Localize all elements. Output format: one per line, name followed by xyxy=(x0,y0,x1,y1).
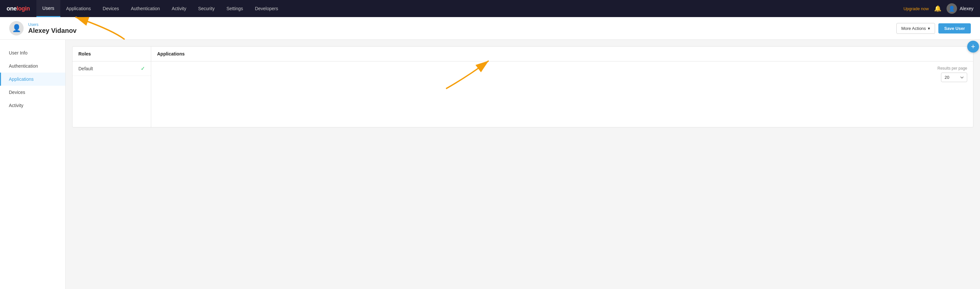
panels-row: + Roles Default ✓ Applications Results p… xyxy=(72,46,974,128)
nav-item-devices[interactable]: Devices xyxy=(97,0,125,17)
breadcrumb[interactable]: Users xyxy=(28,22,76,27)
nav-item-settings[interactable]: Settings xyxy=(221,0,249,17)
sidebar: User Info Authentication Applications De… xyxy=(0,40,65,289)
results-label: Results per page xyxy=(937,66,967,70)
role-default: Default ✓ xyxy=(73,61,151,76)
user-name: Alexey xyxy=(960,6,974,11)
header-actions: More Actions ▾ Save User xyxy=(896,23,971,34)
nav-item-authentication[interactable]: Authentication xyxy=(125,0,166,17)
avatar: 👤 xyxy=(947,3,957,14)
plus-icon: + xyxy=(971,42,975,51)
arrows-overlay xyxy=(0,0,980,289)
top-nav: onelogin Users Applications Devices Auth… xyxy=(0,0,980,17)
sidebar-item-devices[interactable]: Devices xyxy=(0,86,65,99)
bell-icon[interactable]: 🔔 xyxy=(934,5,941,12)
save-user-button[interactable]: Save User xyxy=(939,23,971,34)
header-left: 👤 Users Alexey Vidanov xyxy=(9,21,76,35)
roles-panel: Roles Default ✓ xyxy=(73,46,151,127)
role-check-icon: ✓ xyxy=(141,65,145,72)
role-name: Default xyxy=(78,66,93,71)
nav-item-users[interactable]: Users xyxy=(37,0,60,17)
user-menu[interactable]: 👤 Alexey xyxy=(947,3,974,14)
add-application-button[interactable]: + xyxy=(967,41,979,53)
more-actions-button[interactable]: More Actions ▾ xyxy=(896,23,935,34)
upgrade-link[interactable]: Upgrade now xyxy=(904,6,929,11)
nav-item-security[interactable]: Security xyxy=(192,0,221,17)
sidebar-item-applications[interactable]: Applications xyxy=(0,73,65,86)
roles-panel-header: Roles xyxy=(73,46,151,61)
title-block: Users Alexey Vidanov xyxy=(28,22,76,35)
dropdown-icon: ▾ xyxy=(928,26,930,31)
applications-panel: Applications Results per page 20 10 50 1… xyxy=(151,46,973,127)
sidebar-item-activity[interactable]: Activity xyxy=(0,99,65,112)
content-area: + Roles Default ✓ Applications Results p… xyxy=(65,40,980,289)
applications-panel-body: Results per page 20 10 50 100 xyxy=(151,61,973,127)
results-select[interactable]: 20 10 50 100 xyxy=(941,73,967,82)
nav-items: Users Applications Devices Authenticatio… xyxy=(37,0,904,17)
nav-right: Upgrade now 🔔 👤 Alexey xyxy=(904,3,974,14)
nav-item-developers[interactable]: Developers xyxy=(249,0,284,17)
more-actions-label: More Actions xyxy=(901,26,926,31)
logo: onelogin xyxy=(6,5,30,12)
page-title: Alexey Vidanov xyxy=(28,27,76,35)
user-avatar-icon: 👤 xyxy=(12,24,21,32)
logo-text: onelogin xyxy=(6,5,30,12)
sidebar-item-authentication[interactable]: Authentication xyxy=(0,59,65,73)
nav-item-activity[interactable]: Activity xyxy=(166,0,192,17)
results-per-page: Results per page 20 10 50 100 xyxy=(937,66,967,82)
page-header: 👤 Users Alexey Vidanov More Actions ▾ Sa… xyxy=(0,17,980,40)
nav-item-applications[interactable]: Applications xyxy=(60,0,97,17)
sidebar-item-user-info[interactable]: User Info xyxy=(0,46,65,59)
user-avatar: 👤 xyxy=(9,21,24,35)
avatar-icon: 👤 xyxy=(948,6,955,12)
applications-panel-header: Applications xyxy=(151,46,973,61)
main-layout: User Info Authentication Applications De… xyxy=(0,40,980,289)
